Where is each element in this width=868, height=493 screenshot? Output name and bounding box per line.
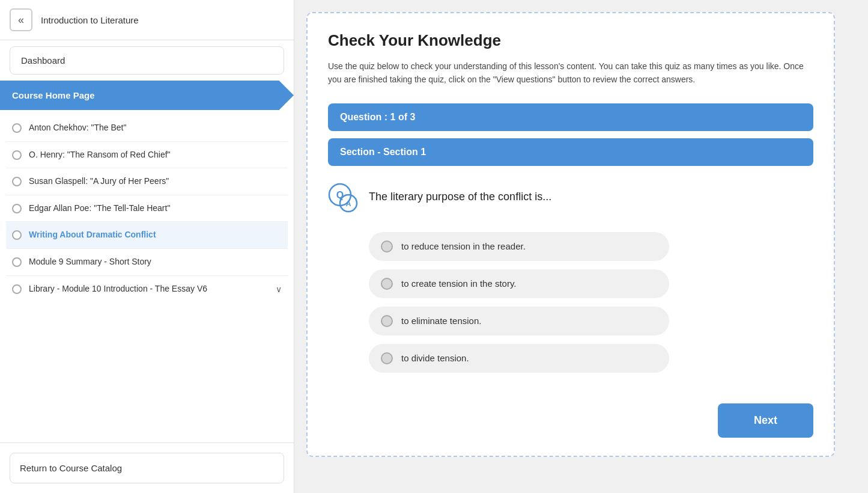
nav-radio-ohenry [12,150,22,160]
question-area: Q A The literary purpose of the conflict… [328,183,813,214]
nav-label-module9: Module 9 Summary - Short Story [29,256,151,268]
nav-label-edgar: Edgar Allan Poe: "The Tell-Tale Heart" [29,203,170,215]
quiz-title: Check Your Knowledge [328,31,813,50]
nav-radio-module9 [12,257,22,267]
answer-label-2: to create tension in the story. [401,278,517,289]
quiz-card: Check Your Knowledge Use the quiz below … [306,12,835,457]
answer-label-4: to divide tension. [401,353,469,363]
back-button[interactable]: « [10,8,32,31]
sidebar-item-library[interactable]: Library - Module 10 Introduction - The E… [6,276,288,302]
answer-label-1: to reduce tension in the reader. [401,241,526,251]
section-banner: Section - Section 1 [328,138,813,166]
nav-radio-library [12,284,22,294]
nav-label-anton: Anton Chekhov: "The Bet" [29,122,126,134]
nav-label-ohenry: O. Henry: "The Ransom of Red Chief" [29,149,171,161]
sidebar-footer: Return to Course Catalog [0,442,294,493]
course-home-button[interactable]: Course Home Page [0,81,294,110]
quiz-description: Use the quiz below to check your underst… [328,60,813,87]
nav-radio-susan [12,177,22,186]
svg-text:A: A [346,200,351,208]
sidebar-item-edgar[interactable]: Edgar Allan Poe: "The Tell-Tale Heart" [6,195,288,222]
nav-list: Anton Chekhov: "The Bet" O. Henry: "The … [0,115,294,442]
nav-radio-writing [12,230,22,240]
answer-option-4[interactable]: to divide tension. [369,344,669,373]
sidebar-item-susan[interactable]: Susan Glaspell: "A Jury of Her Peers" [6,168,288,195]
answer-radio-3 [381,315,393,327]
sidebar-header: « Introduction to Literature [0,0,294,40]
answer-label-3: to eliminate tension. [401,316,481,326]
sidebar-item-writing[interactable]: Writing About Dramatic Conflict [6,222,288,249]
nav-label-library: Library - Module 10 Introduction - The E… [29,283,269,295]
return-to-catalog-button[interactable]: Return to Course Catalog [10,453,284,483]
answer-option-2[interactable]: to create tension in the story. [369,269,669,298]
back-icon: « [18,14,24,26]
answer-options: to reduce tension in the reader. to crea… [369,232,813,373]
sidebar-item-ohenry[interactable]: O. Henry: "The Ransom of Red Chief" [6,142,288,169]
question-banner: Question : 1 of 3 [328,103,813,131]
chevron-down-icon: ∨ [276,284,282,294]
answer-radio-2 [381,278,393,290]
answer-option-3[interactable]: to eliminate tension. [369,307,669,335]
sidebar-item-module9[interactable]: Module 9 Summary - Short Story [6,249,288,276]
next-button[interactable]: Next [718,403,813,438]
quiz-footer: Next [328,391,813,438]
qa-icon: Q A [328,183,359,214]
answer-option-1[interactable]: to reduce tension in the reader. [369,232,669,261]
nav-label-susan: Susan Glaspell: "A Jury of Her Peers" [29,176,169,188]
nav-radio-edgar [12,204,22,213]
sidebar-title: Introduction to Literature [41,15,139,25]
svg-text:Q: Q [336,190,344,200]
nav-label-writing: Writing About Dramatic Conflict [29,229,156,241]
answer-radio-1 [381,240,393,253]
dashboard-button[interactable]: Dashboard [10,46,284,75]
answer-radio-4 [381,352,393,364]
sidebar: « Introduction to Literature Dashboard C… [0,0,294,493]
question-text: The literary purpose of the conflict is.… [369,189,551,205]
nav-radio-anton [12,123,22,133]
sidebar-item-anton[interactable]: Anton Chekhov: "The Bet" [6,115,288,142]
main-content: Check Your Knowledge Use the quiz below … [294,0,868,493]
